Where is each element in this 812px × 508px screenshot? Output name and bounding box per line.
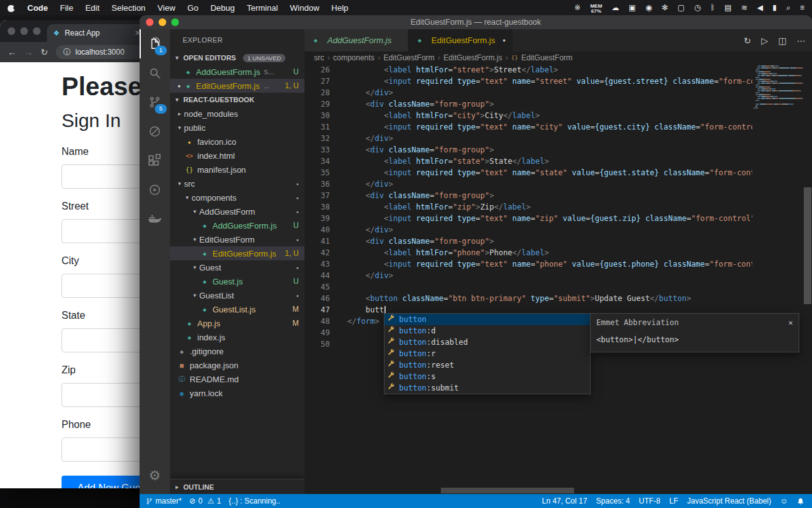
tree-item-App.js[interactable]: ❖App.jsM	[170, 316, 304, 330]
open-editor-AddGuestForm.js[interactable]: ❖AddGuestForm.jss...U	[170, 65, 304, 79]
outline-section-header[interactable]: ▸ OUTLINE	[170, 479, 304, 494]
tab-EditGuestForm.js[interactable]: ❖EditGuestForm.js●	[409, 29, 513, 51]
tree-item-manifest.json[interactable]: {}manifest.json	[170, 163, 304, 177]
problems-indicator[interactable]: ⊘ 0 ⚠ 1	[189, 497, 221, 505]
command-center-icon[interactable]: ※	[574, 0, 580, 15]
tree-item-EditGuestForm[interactable]: ▾EditGuestForm●	[170, 232, 304, 246]
tree-item-.gitignore[interactable]: ◆.gitignore	[170, 344, 304, 358]
clock-icon[interactable]: ◷	[694, 0, 700, 15]
close-icon[interactable]: ✕	[789, 317, 793, 328]
tree-item-yarn.lock[interactable]: ◉yarn.lock	[170, 386, 304, 400]
project-section-header[interactable]: ▾ REACT-GUESTBOOK	[170, 93, 304, 107]
tree-item-AddGuestForm.js[interactable]: ❖AddGuestForm.jsU	[170, 218, 304, 232]
tree-item-index.html[interactable]: <>index.html	[170, 149, 304, 163]
tree-item-Guest[interactable]: ▾Guest●	[170, 260, 304, 274]
tree-item-public[interactable]: ▾public	[170, 121, 304, 135]
tree-item-index.js[interactable]: ❖index.js	[170, 330, 304, 344]
bluetooth-icon[interactable]: ᛒ	[710, 0, 715, 15]
cloud-icon[interactable]: ☁	[612, 0, 619, 15]
suggestion-button:disabled[interactable]: button:disabled	[384, 337, 590, 348]
volume-icon[interactable]: ◀	[757, 0, 763, 15]
breadcrumb-item-EditGuestForm.js[interactable]: EditGuestForm.js	[443, 53, 502, 62]
suggestion-button:d[interactable]: button:d	[384, 325, 590, 337]
back-icon[interactable]: ←	[8, 47, 16, 57]
browser-minimize-button[interactable]	[20, 27, 28, 35]
feedback-smiley-icon[interactable]: ☺	[780, 497, 788, 505]
wifi-icon[interactable]: ≋	[741, 0, 747, 15]
breadcrumb-item-EditGuestForm[interactable]: EditGuestForm	[383, 53, 435, 62]
tree-item-GuestList.js[interactable]: ❖GuestList.jsM	[170, 302, 304, 316]
apple-menu-icon[interactable]	[8, 3, 15, 12]
menu-list-icon[interactable]: ≡	[800, 0, 804, 15]
tree-item-components[interactable]: ▾components●	[170, 190, 304, 204]
search-icon[interactable]: ⌕	[786, 0, 790, 15]
extensions-icon[interactable]	[140, 146, 170, 175]
suggestion-button:s[interactable]: button:s	[384, 371, 590, 382]
tree-item-EditGuestForm.js[interactable]: ❖EditGuestForm.js1, U	[170, 246, 304, 260]
sync-icon[interactable]: ↻	[743, 36, 751, 46]
breadcrumb-item-components[interactable]: components	[333, 53, 374, 62]
menu-app-name[interactable]: Code	[27, 3, 48, 13]
settings-gear-icon[interactable]: ⚙	[140, 461, 170, 490]
tree-item-favicon.ico[interactable]: ★favicon.ico	[170, 135, 304, 149]
menu-item-help[interactable]: Help	[331, 3, 348, 13]
eol-setting[interactable]: LF	[669, 497, 678, 505]
indentation-setting[interactable]: Spaces: 4	[596, 497, 630, 505]
memory-status[interactable]: MEM 67%	[590, 2, 602, 14]
run-icon[interactable]: ▷	[761, 36, 768, 46]
code-editor[interactable]: 2627282930313233343536373839404142434445…	[304, 64, 812, 494]
breadcrumb-item-src[interactable]: src	[314, 53, 324, 62]
git-branch-indicator[interactable]: master*	[146, 497, 181, 505]
menu-item-go[interactable]: Go	[187, 3, 198, 13]
menu-item-file[interactable]: File	[60, 3, 74, 13]
display-icon[interactable]: ▢	[678, 0, 684, 15]
open-editors-header[interactable]: ▾ OPEN EDITORS 1 UNSAVED	[170, 51, 304, 65]
suggestion-button:r[interactable]: button:r	[384, 348, 590, 359]
site-info-icon[interactable]: ⓘ	[63, 47, 71, 58]
tree-item-Guest.js[interactable]: ❖Guest.jsU	[170, 274, 304, 288]
language-mode[interactable]: JavaScript React (Babel)	[687, 497, 771, 505]
tree-item-GuestList[interactable]: ▾GuestList●	[170, 288, 304, 302]
menu-item-debug[interactable]: Debug	[211, 3, 235, 13]
fan-icon[interactable]: ✻	[662, 0, 668, 15]
refresh-icon[interactable]: ↻	[41, 47, 48, 57]
browser-zoom-button[interactable]	[33, 27, 41, 35]
suggestion-button:reset[interactable]: button:reset	[384, 359, 590, 371]
browser-close-button[interactable]	[8, 27, 15, 35]
notifications-bell-icon[interactable]	[797, 497, 804, 505]
tree-item-node_modules[interactable]: ▸node_modules	[170, 107, 304, 121]
explorer-icon[interactable]: 1	[140, 29, 170, 58]
suggestion-button[interactable]: button	[384, 314, 590, 325]
circle-slash-icon[interactable]	[140, 117, 170, 146]
menu-item-window[interactable]: Window	[290, 3, 319, 13]
source-control-icon[interactable]: 5	[140, 88, 170, 117]
breadcrumb-item-EditGuestForm[interactable]: EditGuestForm	[521, 53, 573, 62]
menu-item-selection[interactable]: Selection	[112, 3, 145, 13]
more-actions-icon[interactable]: ⋯	[797, 36, 806, 46]
open-editor-EditGuestForm.js[interactable]: ●❖EditGuestForm.js...1, U	[170, 79, 304, 93]
menu-item-terminal[interactable]: Terminal	[247, 3, 278, 13]
horizontal-scrollbar-thumb[interactable]	[441, 488, 574, 493]
tree-item-src[interactable]: ▾src●	[170, 177, 304, 190]
menu-item-edit[interactable]: Edit	[85, 3, 99, 13]
tree-item-AddGuestForm[interactable]: ▾AddGuestForm●	[170, 204, 304, 218]
suggestion-button:submit[interactable]: button:submit	[384, 382, 590, 394]
forward-icon[interactable]: →	[24, 47, 33, 57]
browser-tab-react-app[interactable]: ❖ React App ✕	[47, 24, 147, 42]
search-icon[interactable]	[140, 58, 170, 88]
camera-icon[interactable]: ◉	[645, 0, 652, 15]
docker-icon[interactable]	[140, 204, 170, 234]
encoding-setting[interactable]: UTF-8	[639, 497, 660, 505]
vertical-scrollbar-thumb[interactable]	[804, 187, 811, 304]
tree-item-README.md[interactable]: ⓘREADME.md	[170, 372, 304, 386]
menu-item-view[interactable]: View	[157, 3, 175, 13]
debug-icon[interactable]	[140, 175, 170, 204]
spell-checker-status[interactable]: {..} : Scanning..	[229, 497, 280, 505]
vertical-scrollbar[interactable]	[803, 64, 812, 488]
keyboard-icon[interactable]: ▤	[724, 0, 731, 15]
video-icon[interactable]: ▣	[629, 0, 636, 15]
battery-icon[interactable]: ▮	[773, 0, 777, 15]
tree-item-package.json[interactable]: ■package.json	[170, 358, 304, 372]
minimap[interactable]	[752, 64, 803, 488]
split-editor-icon[interactable]: ◫	[778, 36, 787, 46]
